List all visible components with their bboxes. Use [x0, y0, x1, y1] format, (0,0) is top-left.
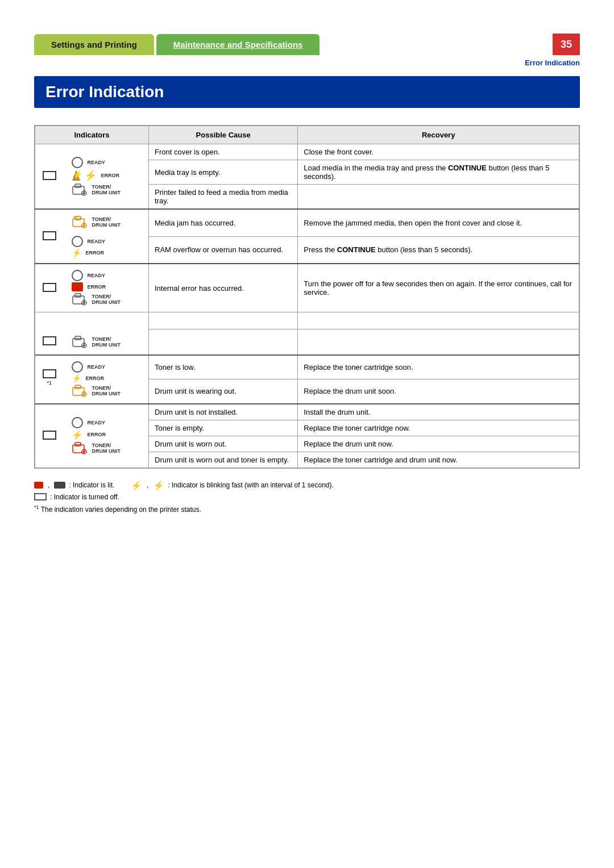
ready-g3: READY: [72, 270, 141, 281]
legend-lit-icon2: [54, 482, 65, 489]
ready-g5: READY: [72, 417, 141, 428]
error-indicator: ! ⚡ ⚡ ERROR: [72, 169, 141, 182]
toner-g3: TONER/ DRUM UNIT: [72, 293, 141, 306]
blank-recovery: [298, 312, 579, 329]
legend-off-icon: [34, 493, 47, 500]
cause-g5r4: Drum unit is worn out and toner is empty…: [149, 452, 298, 468]
col-header-indicators: Indicators: [35, 126, 149, 144]
blank-indicator: [35, 312, 149, 329]
svg-rect-4: [75, 184, 81, 187]
legend-lit: , : Indicator is lit. ⚡ , ⚡ : Indicator …: [34, 480, 580, 491]
cause-g5r3: Drum unit is worn out.: [149, 436, 298, 452]
toner-icon: [72, 183, 88, 197]
led-square-star-g4: [43, 369, 56, 378]
cause-cell-g3r1: Internal error has occurred.: [149, 264, 298, 312]
recovery-g5r1: Install the drum unit.: [298, 404, 579, 420]
svg-point-19: [83, 344, 85, 347]
recovery-cell-g2r2: Press the CONTINUE button (less than 5 s…: [298, 236, 579, 264]
toner-icon-g5: [72, 441, 88, 455]
indicator-icons-g5: READY ⚡ ERROR: [64, 404, 149, 468]
blank-icons-g3b: TONER/ DRUM UNIT: [64, 329, 149, 355]
table-row: • • TONER/ DRUM UNIT READY: [35, 209, 579, 236]
error-g4: ⚡ ERROR: [72, 374, 141, 383]
indicator-led-g5: [35, 404, 64, 468]
toner-g5: TONER/ DRUM UNIT: [72, 441, 141, 455]
indicator-icons-g4: READY ⚡ ERROR: [64, 355, 149, 404]
error-table-container: Indicators Possible Cause Recovery READY: [34, 125, 580, 469]
legend-area: , : Indicator is lit. ⚡ , ⚡ : Indicator …: [34, 480, 580, 501]
tab-maintenance-specs[interactable]: Maintenance and Specifications: [156, 34, 320, 55]
cause-g5r2: Toner is empty.: [149, 420, 298, 436]
svg-point-23: [83, 393, 85, 395]
svg-rect-17: [75, 336, 81, 340]
ready-led-g3: [72, 270, 83, 281]
table-row-blank-2: TONER/ DRUM UNIT: [35, 329, 579, 355]
cause-cell-g1r2: Media tray is empty.: [149, 160, 298, 185]
error-blink-g5: ⚡: [72, 429, 83, 440]
recovery-cell-g1r1: Close the front cover.: [298, 144, 579, 160]
indicator-led-g4: *1: [35, 355, 64, 404]
recovery-cell-g1r3: [298, 185, 579, 210]
cause-cell-g2r2: RAM overflow or overrun has occurred.: [149, 236, 298, 264]
svg-text:• •: • •: [73, 215, 77, 219]
led-square-off-g2: [43, 231, 56, 240]
toner-blink-icon-g2: • •: [72, 215, 88, 229]
legend-off: : Indicator is turned off.: [34, 493, 580, 501]
ready-led-g5: [72, 417, 83, 428]
cause-g4r2: Drum unit is wearing out.: [149, 379, 298, 404]
error-solid-red-g3: [72, 282, 83, 291]
toner-g3b: TONER/ DRUM UNIT: [72, 335, 141, 349]
error-icon-g4: ⚡: [72, 374, 81, 383]
toner-icon-g3b: [72, 335, 88, 349]
toner-indicator: TONER/ DRUM UNIT: [72, 183, 141, 197]
recovery-g5r3: Replace the drum unit now.: [298, 436, 579, 452]
ready-led-g4: [72, 361, 83, 373]
ready-g2: READY: [72, 236, 141, 247]
cause-g5r1: Drum unit is not installed.: [149, 404, 298, 420]
error-blink-icon: ! ⚡: [72, 169, 81, 182]
error-g3: ERROR: [72, 282, 141, 291]
cause-cell-g2r1: Media jam has occurred.: [149, 209, 298, 236]
cause-cell-g1r1: Front cover is open.: [149, 144, 298, 160]
recovery-cell-g2r1: Remove the jammed media, then open the f…: [298, 209, 579, 236]
ready-g4: READY: [72, 361, 141, 373]
indicator-led-square-g3: [35, 264, 64, 312]
ready-led: [72, 157, 83, 168]
svg-rect-13: [75, 294, 81, 297]
toner-blink-g4: [72, 384, 88, 398]
recovery-g4r2: Replace the drum unit soon.: [298, 379, 579, 404]
tab-settings-printing[interactable]: Settings and Printing: [34, 34, 154, 55]
error-g2: ⚡ ERROR: [72, 248, 141, 257]
table-row: READY ERROR: [35, 264, 579, 312]
ready-indicator-g2: • • TONER/ DRUM UNIT: [72, 215, 141, 229]
legend-off-label: : Indicator is turned off.: [50, 493, 119, 501]
led-square-off: [43, 171, 56, 180]
recovery-cell-g3r1: Turn the power off for a few secondes th…: [298, 264, 579, 312]
main-title: Error Indication: [34, 76, 580, 108]
svg-point-10: [83, 224, 85, 227]
table-row: *1 READY ⚡ ERROR: [35, 355, 579, 379]
cause-cell-g1r3: Printer failed to feed a media from medi…: [149, 185, 298, 210]
page-number: 35: [553, 34, 580, 55]
table-row: READY ⚡ ERROR: [35, 404, 579, 420]
led-square-off-g3: [43, 283, 56, 292]
top-navigation: Settings and Printing Maintenance and Sp…: [34, 34, 580, 55]
legend-blink-label: : Indicator is blinking fast (with an in…: [168, 481, 333, 489]
col-header-recovery: Recovery: [298, 126, 579, 144]
ready-led-g2: [72, 236, 83, 247]
svg-text:⚡: ⚡: [73, 170, 81, 180]
table-row-blank-1: [35, 312, 579, 329]
blank-cause-2: [149, 329, 298, 355]
legend-lit-label: : Indicator is lit.: [69, 481, 114, 489]
legend-blink-icon2: ⚡: [153, 480, 164, 491]
blank-led-g3b: [35, 329, 64, 355]
error-table: Indicators Possible Cause Recovery READY: [35, 126, 579, 468]
svg-point-27: [83, 450, 85, 453]
blank-recovery-2: [298, 329, 579, 355]
col-header-cause: Possible Cause: [149, 126, 298, 144]
blank-cause: [149, 312, 298, 329]
recovery-g4r1: Replace the toner cartridge soon.: [298, 355, 579, 379]
indicator-led-square-g2: [35, 209, 64, 264]
legend-lit-icon1: [34, 482, 43, 489]
recovery-g5r2: Replace the toner cartridge now.: [298, 420, 579, 436]
